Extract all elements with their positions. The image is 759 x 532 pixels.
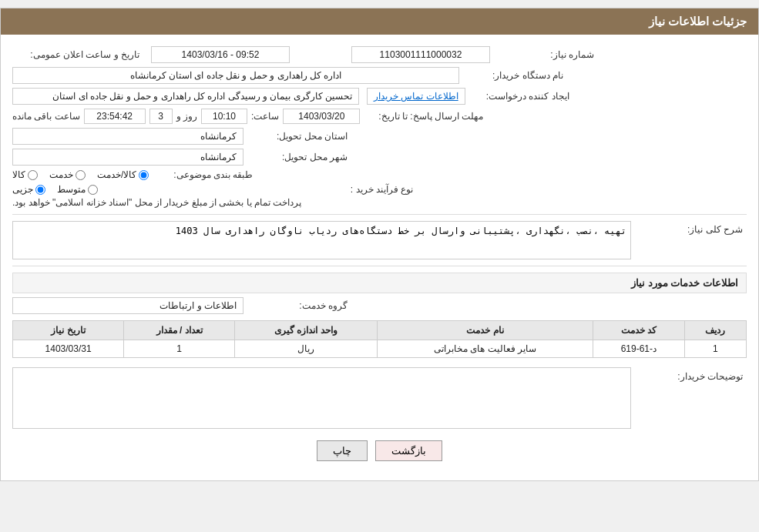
deadline-label: مهلت ارسال پاسخ: تا تاریخ: bbox=[364, 111, 487, 122]
col-unit: واحد اندازه گیری bbox=[235, 321, 377, 340]
page-title: جزئیات اطلاعات نیاز bbox=[649, 15, 747, 28]
need-number-label: شماره نیاز: bbox=[498, 49, 598, 60]
category-row: طبقه بندی موضوعی: کالا/خدمت خدمت کالا bbox=[12, 169, 747, 180]
purchase-type-option2[interactable]: متوسط bbox=[57, 184, 98, 195]
need-desc-label: شرح کلی نیاز: bbox=[639, 221, 747, 235]
need-desc-row: شرح کلی نیاز: bbox=[12, 221, 747, 259]
page-container: جزئیات اطلاعات نیاز شماره نیاز: 11030011… bbox=[0, 8, 759, 481]
province-value: کرمانشاه bbox=[12, 128, 243, 145]
deadline-date: 1403/03/20 bbox=[283, 109, 360, 124]
service-group-value: اطلاعات و ارتباطات bbox=[12, 297, 243, 314]
service-group-row: گروه خدمت: اطلاعات و ارتباطات bbox=[12, 297, 747, 314]
need-number-row: شماره نیاز: 1103001111000032 1403/03/16 … bbox=[12, 46, 747, 63]
services-section-title: اطلاعات خدمات مورد نیاز bbox=[12, 273, 747, 293]
buyer-notes-row: توضیحات خریدار: bbox=[12, 367, 747, 429]
category-radio-group: کالا/خدمت خدمت کالا bbox=[12, 169, 149, 180]
buttons-row: بازگشت چاپ bbox=[12, 440, 747, 461]
content-area: شماره نیاز: 1103001111000032 1403/03/16 … bbox=[1, 35, 758, 480]
col-service-code: کد خدمت bbox=[593, 321, 685, 340]
province-label: استان محل تحویل: bbox=[251, 131, 351, 142]
deadline-time: 10:10 bbox=[201, 109, 247, 124]
buyer-notes-value[interactable] bbox=[12, 367, 631, 429]
creator-row: ایجاد کننده درخواست: اطلاعات تماس خریدار… bbox=[12, 88, 747, 105]
city-value: کرمانشاه bbox=[12, 149, 243, 166]
page-header: جزئیات اطلاعات نیاز bbox=[1, 8, 758, 35]
need-number-value: 1103001111000032 bbox=[351, 46, 490, 63]
deadline-day-label: روز و bbox=[176, 111, 197, 122]
creator-link[interactable]: اطلاعات تماس خریدار bbox=[367, 88, 465, 105]
table-row: 1د-61-619سایر فعالیت های مخابراتیریال114… bbox=[13, 340, 747, 358]
buyer-org-label: نام دستگاه خریدار: bbox=[467, 70, 567, 81]
deadline-time-label: ساعت: bbox=[251, 111, 279, 122]
col-need-date: تاریخ نیاز bbox=[13, 321, 124, 340]
deadline-remaining: 23:54:42 bbox=[84, 109, 146, 124]
purchase-type-radio-group: متوسط جزیی bbox=[12, 184, 98, 195]
purchase-type-option1[interactable]: جزیی bbox=[12, 184, 45, 195]
creator-label: ایجاد کننده درخواست: bbox=[473, 91, 573, 102]
col-quantity: تعداد / مقدار bbox=[124, 321, 235, 340]
province-row: استان محل تحویل: کرمانشاه bbox=[12, 128, 747, 145]
buyer-org-value: اداره کل راهداری و حمل و نقل جاده ای است… bbox=[12, 67, 459, 84]
buyer-org-row: نام دستگاه خریدار: اداره کل راهداری و حم… bbox=[12, 67, 747, 84]
city-row: شهر محل تحویل: کرمانشاه bbox=[12, 149, 747, 166]
announce-datetime-label: تاریخ و ساعت اعلان عمومی: bbox=[12, 49, 143, 60]
purchase-note: پرداخت تمام یا بخشی از مبلغ خریدار از مح… bbox=[12, 197, 301, 208]
creator-value: تحسین کارگری بیمان و رسیدگی اداره کل راه… bbox=[12, 88, 359, 105]
purchase-type-label: نوع فرآیند خرید : bbox=[317, 184, 417, 195]
city-label: شهر محل تحویل: bbox=[251, 152, 351, 162]
category-option1[interactable]: کالا bbox=[12, 169, 38, 180]
deadline-days: 3 bbox=[149, 109, 173, 124]
services-table: ردیف کد خدمت نام خدمت واحد اندازه گیری ت… bbox=[12, 320, 747, 358]
col-service-name: نام خدمت bbox=[377, 321, 593, 340]
purchase-type-row: نوع فرآیند خرید : متوسط جزیی پرداخت تمام… bbox=[12, 184, 747, 208]
announce-datetime-value: 1403/03/16 - 09:52 bbox=[151, 46, 290, 63]
category-label: طبقه بندی موضوعی: bbox=[156, 169, 257, 180]
buyer-notes-label: توضیحات خریدار: bbox=[639, 367, 747, 382]
category-option2[interactable]: خدمت bbox=[49, 169, 86, 180]
back-button[interactable]: بازگشت bbox=[375, 440, 442, 461]
print-button[interactable]: چاپ bbox=[317, 440, 368, 461]
service-group-label: گروه خدمت: bbox=[251, 300, 351, 311]
col-row-num: ردیف bbox=[684, 321, 746, 340]
deadline-row: مهلت ارسال پاسخ: تا تاریخ: 1403/03/20 سا… bbox=[12, 109, 747, 124]
deadline-remaining-label: ساعت باقی مانده bbox=[12, 111, 80, 122]
need-desc-value[interactable] bbox=[12, 221, 631, 259]
category-option3[interactable]: کالا/خدمت bbox=[97, 169, 149, 180]
